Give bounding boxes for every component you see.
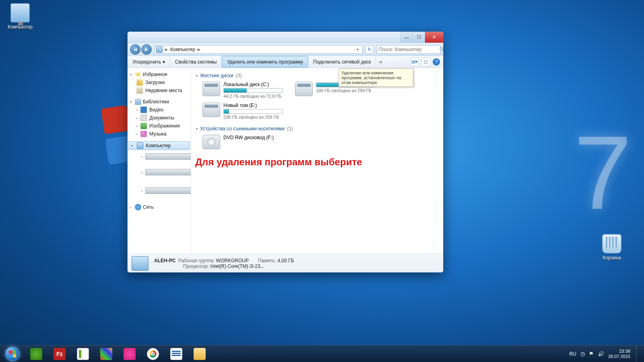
details-pane: ALEH-PC Рабочая группа: WORKGROUP Память…: [128, 254, 443, 272]
sidebar-item-video[interactable]: ▸Видео: [128, 106, 191, 114]
drive-name: DVD RW дисковод (F:): [223, 135, 283, 140]
address-dropdown[interactable]: ▾: [354, 47, 361, 51]
drive-icon: [145, 187, 191, 194]
monitor-icon: [10, 3, 30, 23]
nav-row: ◄ ► ▶ Компьютер ▶ ▾ ↻ 🔍: [128, 43, 443, 56]
help-button[interactable]: ?: [433, 58, 440, 66]
refresh-button[interactable]: ↻: [365, 45, 374, 54]
content-pane: Удаление или изменение программ, установ…: [191, 68, 443, 254]
drive-free: 44,2 ГБ свободно из 72,8 ГБ: [223, 94, 283, 99]
taskbar-app-explorer[interactable]: [188, 346, 211, 362]
usage-bar: [223, 88, 283, 93]
minimize-button[interactable]: —: [400, 32, 413, 43]
recent-icon: [136, 87, 143, 94]
desktop-icon-label: Корзина: [596, 255, 628, 261]
sidebar-item-downloads[interactable]: Загрузки: [128, 78, 191, 86]
show-desktop-button[interactable]: [636, 346, 640, 362]
close-button[interactable]: ✕: [425, 32, 443, 43]
navigation-pane: ▾Избранное Загрузки Недавние места ▾Библ…: [128, 68, 191, 254]
back-button[interactable]: ◄: [130, 44, 140, 55]
search-icon: 🔍: [439, 47, 444, 52]
tray-icon[interactable]: ◷: [580, 351, 585, 357]
language-indicator[interactable]: RU: [570, 351, 576, 357]
annotation-arrow: [390, 140, 443, 237]
video-icon: [140, 107, 147, 113]
computer-icon: [137, 142, 143, 149]
volume-icon[interactable]: 🔊: [598, 351, 604, 357]
system-tray: RU ◷ ⚑ 🔊 23:38 28.07.2015: [570, 346, 642, 362]
drive-item-e[interactable]: Новый том (E:) 236 ГБ свободно из 259 ГБ: [202, 103, 283, 119]
drive-item-c[interactable]: Локальный диск (C:) 44,2 ГБ свободно из …: [202, 82, 283, 99]
search-input[interactable]: [378, 47, 439, 52]
drive-icon: [145, 153, 191, 160]
pc-name: ALEH-PC: [154, 258, 175, 263]
taskbar-app-filezilla[interactable]: Fz: [48, 346, 71, 362]
map-network-drive-button[interactable]: Подключить сетевой диск: [308, 56, 376, 68]
drive-icon: [295, 82, 313, 96]
sidebar-item-images[interactable]: ▸Изображения: [128, 122, 191, 130]
section-removable[interactable]: ▾Устройства со съемными носителями (1): [196, 124, 438, 133]
drive-icon: [202, 103, 220, 117]
breadcrumb-item[interactable]: Компьютер: [170, 47, 195, 52]
taskbar-app-writer[interactable]: [165, 346, 188, 362]
uninstall-program-button[interactable]: Удалить или изменить программу: [222, 56, 308, 68]
action-center-icon[interactable]: ⚑: [589, 351, 594, 357]
taskbar-app-notepadpp[interactable]: [72, 346, 94, 362]
preview-pane-button[interactable]: ◫: [421, 58, 430, 66]
computer-icon: [156, 46, 163, 53]
sidebar-item-documents[interactable]: ▸Документы: [128, 114, 191, 122]
sidebar-item-drive-c[interactable]: ▸Локальный диск (C:): [128, 150, 191, 163]
organize-button[interactable]: Упорядочить ▾: [128, 56, 170, 68]
desktop-icon-trash[interactable]: Корзина: [596, 234, 628, 261]
command-bar: Упорядочить ▾ Свойства системы Удалить и…: [128, 56, 443, 68]
sidebar-item-music[interactable]: ▸Музыка: [128, 130, 191, 138]
overflow-button[interactable]: »: [376, 59, 385, 65]
drive-name: Новый том (E:): [223, 103, 283, 108]
usage-bar: [223, 109, 283, 114]
view-options-button[interactable]: ▤▾: [410, 58, 419, 66]
library-icon: [135, 99, 141, 105]
drive-icon: [202, 82, 220, 96]
forward-button[interactable]: ►: [141, 44, 152, 55]
taskbar-app-chrome[interactable]: [142, 346, 164, 362]
sidebar-item-computer[interactable]: ▾Компьютер: [128, 141, 190, 150]
sidebar-item-drive-d[interactable]: ▸Новый том (D:): [128, 163, 191, 181]
document-icon: [140, 115, 147, 121]
desktop-icon-computer[interactable]: Компьютер: [4, 3, 36, 30]
computer-icon: [132, 256, 149, 271]
image-icon: [140, 123, 147, 129]
clock-time[interactable]: 23:38: [608, 349, 630, 354]
sidebar-group-libraries[interactable]: ▾Библиотеки: [128, 98, 191, 106]
chevron-right-icon: ▶: [198, 47, 200, 51]
clock-date[interactable]: 28.07.2015: [608, 354, 630, 359]
dvd-drive-icon: [202, 135, 220, 149]
sidebar-item-network[interactable]: ▸Сеть: [128, 203, 191, 211]
drive-item-dvd[interactable]: DVD RW дисковод (F:): [202, 135, 283, 149]
taskbar-app-5[interactable]: [118, 346, 141, 362]
sidebar-group-favorites[interactable]: ▾Избранное: [128, 70, 191, 78]
trash-icon: [602, 234, 621, 253]
annotation-text: Для удаления программ выберите: [195, 156, 362, 168]
start-button[interactable]: [2, 346, 23, 362]
sidebar-item-drive-e[interactable]: ▸Новый том (E:): [128, 181, 191, 200]
tooltip: Удаление или изменение программ, установ…: [339, 68, 413, 87]
windows-7-decor: 7: [574, 113, 632, 233]
music-icon: [140, 131, 147, 137]
drive-name: Локальный диск (C:): [223, 82, 283, 87]
drive-icon: [145, 169, 191, 175]
taskbar-app-4[interactable]: [95, 346, 118, 362]
explorer-window: — ☐ ✕ ◄ ► ▶ Компьютер ▶ ▾ ↻ 🔍 Упорядочит…: [127, 31, 444, 273]
star-icon: [135, 71, 141, 78]
sidebar-item-recent[interactable]: Недавние места: [128, 86, 191, 95]
network-icon: [135, 204, 141, 210]
taskbar-app-1[interactable]: [25, 346, 47, 362]
address-bar[interactable]: ▶ Компьютер ▶ ▾: [154, 45, 363, 54]
search-box[interactable]: 🔍: [376, 45, 441, 54]
titlebar[interactable]: — ☐ ✕: [128, 32, 443, 43]
drive-free: 105 ГБ свободно из 259 ГБ: [316, 88, 376, 93]
chevron-right-icon: ▶: [165, 47, 168, 51]
system-properties-button[interactable]: Свойства системы: [170, 56, 222, 68]
drive-free: 236 ГБ свободно из 259 ГБ: [223, 115, 283, 119]
download-icon: [136, 79, 143, 86]
maximize-button[interactable]: ☐: [413, 32, 425, 43]
